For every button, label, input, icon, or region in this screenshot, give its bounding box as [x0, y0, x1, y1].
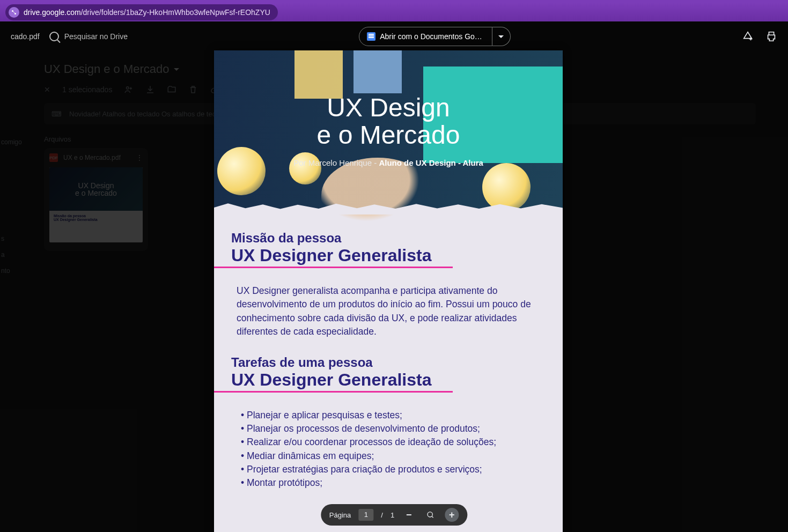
zoom-out-button[interactable]: −	[402, 508, 416, 522]
add-to-drive-icon[interactable]	[742, 31, 754, 42]
viewer-toolbar: cado.pdf Pesquisar no Drive Abrir com o …	[0, 21, 788, 51]
print-icon[interactable]	[765, 31, 777, 42]
page-label: Página	[329, 511, 351, 519]
list-item: Planejar os processos de desenvolvimento…	[241, 422, 546, 435]
list-item: Realizar e/ou coordenar processos de ide…	[241, 435, 546, 449]
url-bar[interactable]: drive.google.com/drive/folders/1baZy-Hko…	[5, 4, 278, 20]
doc-h1-main: UX Designer Generalista	[214, 246, 453, 268]
doc-title: UX Designe o Mercado	[317, 94, 460, 149]
svg-point-3	[428, 512, 432, 517]
zoom-in-button[interactable]: +	[445, 508, 459, 522]
list-item: Planejar e aplicar pesquisas e testes;	[241, 409, 546, 422]
page-total: 1	[391, 511, 394, 519]
url-text: drive.google.com/drive/folders/1baZy-Hko…	[24, 8, 270, 17]
list-item: Montar protótipos;	[241, 476, 546, 490]
open-with-dropdown[interactable]	[492, 27, 511, 46]
doc-content: Missão da pessoa UX Designer Generalista…	[214, 215, 563, 490]
pdf-page[interactable]: UX Designe o Mercado Por Marcelo Henriqu…	[214, 50, 563, 532]
doc-h2-sup: Tarefas de uma pessoa	[231, 355, 546, 370]
open-with-button[interactable]: Abrir com o Documentos Go…	[359, 27, 492, 46]
doc-paragraph: UX Designer generalista acompanha e part…	[237, 284, 537, 339]
chevron-down-icon	[498, 35, 504, 38]
doc-h2-main: UX Designer Generalista	[214, 370, 453, 393]
zoom-reset-button[interactable]	[423, 508, 437, 522]
doc-h1-sup: Missão da pessoa	[231, 231, 546, 246]
open-with-label: Abrir com o Documentos Go…	[380, 32, 482, 41]
list-item: Mediar dinâmicas em equipes;	[241, 449, 546, 463]
doc-task-list: Planejar e aplicar pesquisas e testes; P…	[241, 409, 546, 490]
page-sep: /	[381, 511, 383, 519]
viewer-search[interactable]: Pesquisar no Drive	[49, 32, 128, 41]
list-item: Projetar estratégias para criação de pro…	[241, 463, 546, 476]
browser-chrome: drive.google.com/drive/folders/1baZy-Hko…	[0, 0, 788, 21]
page-current-input[interactable]: 1	[358, 509, 373, 521]
doc-byline: Por Marcelo Henrique - Aluno de UX Desig…	[293, 158, 483, 167]
viewer-filename: cado.pdf	[11, 32, 40, 41]
search-placeholder: Pesquisar no Drive	[64, 32, 128, 41]
page-controls: Página 1 / 1 − +	[321, 504, 467, 526]
doc-hero: UX Designe o Mercado Por Marcelo Henriqu…	[214, 50, 563, 211]
google-docs-icon	[367, 32, 375, 41]
site-icon	[9, 7, 19, 18]
search-icon	[49, 32, 59, 41]
